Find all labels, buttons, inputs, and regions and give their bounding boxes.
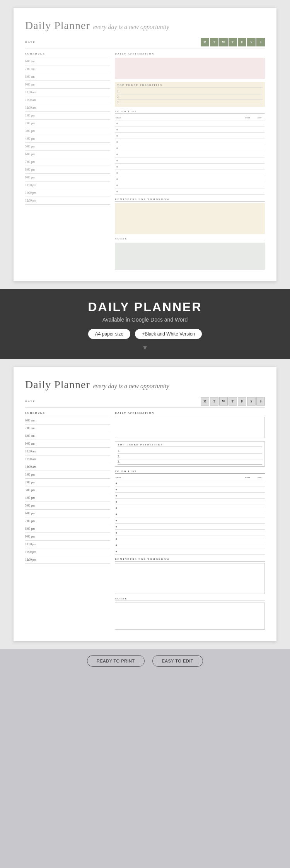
affirmation-box-1 xyxy=(115,58,265,79)
planner-body-2: SCHEDULE 6:00 am 7:00 am 8:00 am 9:00 am… xyxy=(25,411,265,630)
todo-table-2: tasks soon later xyxy=(115,475,265,555)
todo-later xyxy=(253,151,265,158)
bw-col-tasks: tasks xyxy=(115,475,242,480)
todo-soon xyxy=(242,182,253,188)
bw-soon xyxy=(242,524,253,530)
day-T1[interactable]: T xyxy=(210,38,218,46)
time-600am: 6:00 am xyxy=(25,60,41,63)
schedule-row: 5:00 pm xyxy=(25,143,110,151)
right-col-1: DAILY AFFIRMATION TOP THREE PRIORITIES 1… xyxy=(115,52,265,270)
todo-soon xyxy=(242,120,253,127)
day-M[interactable]: M xyxy=(201,38,209,46)
sched-row-bw: 5:00 pm xyxy=(25,502,110,510)
schedule-row: 3:00 pm xyxy=(25,127,110,135)
bw-bullet xyxy=(115,524,242,530)
time-700am: 7:00 am xyxy=(25,67,41,71)
date-label-1: DATE xyxy=(25,41,36,44)
schedule-row: 9:00 pm xyxy=(25,174,110,181)
bw-soon xyxy=(242,511,253,517)
sched-row-bw: 12:00 am xyxy=(25,463,110,471)
planner-page-2: Daily Planner every day is a new opportu… xyxy=(14,367,276,641)
todo-section-2: TO DO LIST tasks soon later xyxy=(115,470,265,555)
sched-row-bw: 6:00 pm xyxy=(25,510,110,517)
todo-bullet xyxy=(115,127,242,133)
bw-later xyxy=(253,517,265,524)
arrow-down-icon: ▼ xyxy=(8,344,282,351)
bw-later xyxy=(253,511,265,517)
schedule-row: 12:00 am xyxy=(25,104,110,112)
bw-soon xyxy=(242,505,253,511)
reminders-label-1: REMINDERS FOR TOMORROW xyxy=(115,198,265,202)
day-bw-S2[interactable]: S xyxy=(256,397,265,406)
banner: DAILY PLANNER Available in Google Docs a… xyxy=(0,289,290,359)
schedule-row: 4:00 pm xyxy=(25,135,110,143)
sched-row-bw: 8:00 am xyxy=(25,432,110,440)
sched-row-bw: 10:00 pm xyxy=(25,541,110,548)
bw-later xyxy=(253,486,265,493)
day-S1[interactable]: S xyxy=(247,38,256,46)
todo-label-2: TO DO LIST xyxy=(115,470,265,474)
schedule-row: 11:00 am xyxy=(25,96,110,104)
bottom-buttons: READY TO PRINT EASY TO EDIT xyxy=(0,649,290,673)
day-bw-M[interactable]: M xyxy=(201,397,209,406)
easy-to-edit-button[interactable]: EASY TO EDIT xyxy=(152,655,203,667)
todo-row xyxy=(115,145,265,151)
col-tasks: tasks xyxy=(115,115,242,120)
bw-todo-row xyxy=(115,548,265,555)
priority-3: 3. xyxy=(117,100,263,105)
bw-todo-row xyxy=(115,505,265,511)
reminders-box-1 xyxy=(115,203,265,234)
bw-time-1200pm: 12:00 pm xyxy=(25,558,41,562)
todo-row xyxy=(115,139,265,145)
time-1000am: 10:00 am xyxy=(25,91,41,94)
todo-later xyxy=(253,170,265,176)
day-S2[interactable]: S xyxy=(256,38,265,46)
time-100pm: 1:00 pm xyxy=(25,114,41,117)
todo-later xyxy=(253,164,265,170)
bw-soon xyxy=(242,548,253,555)
day-bw-W[interactable]: W xyxy=(219,397,228,406)
todo-row xyxy=(115,170,265,176)
day-W[interactable]: W xyxy=(219,38,228,46)
planner-page-1: Daily Planner every day is a new opportu… xyxy=(14,8,276,281)
bw-time-1100am: 11:00 am xyxy=(25,457,41,461)
notes-label-1: NOTES xyxy=(115,237,265,241)
bw-bullet xyxy=(115,505,242,511)
todo-row xyxy=(115,133,265,139)
bw-soon xyxy=(242,480,253,486)
todo-bullet xyxy=(115,170,242,176)
todo-later xyxy=(253,182,265,188)
schedule-row: 6:00 pm xyxy=(25,151,110,158)
notes-box-1 xyxy=(115,243,265,270)
page1-subtitle: every day is a new opportunity xyxy=(93,24,169,31)
notes-box-2 xyxy=(115,603,265,630)
bw-soon xyxy=(242,536,253,542)
bw-bullet xyxy=(115,486,242,493)
day-bw-T2[interactable]: T xyxy=(229,397,237,406)
page1-title: Daily Planner xyxy=(25,19,90,32)
todo-row xyxy=(115,158,265,164)
bw-later xyxy=(253,480,265,486)
day-bw-F[interactable]: F xyxy=(238,397,246,406)
day-bw-T1[interactable]: T xyxy=(210,397,218,406)
todo-later xyxy=(253,176,265,182)
bw-soon xyxy=(242,499,253,505)
day-F[interactable]: F xyxy=(238,38,246,46)
sched-row-bw: 11:00 pm xyxy=(25,548,110,556)
todo-soon xyxy=(242,145,253,151)
todo-soon xyxy=(242,133,253,139)
sched-row-bw: 3:00 pm xyxy=(25,486,110,494)
priorities-box-2: TOP THREE PRIORITIES 1. 2. 3. xyxy=(115,441,265,467)
bw-bullet xyxy=(115,517,242,524)
time-700pm: 7:00 pm xyxy=(25,160,41,164)
todo-row xyxy=(115,127,265,133)
ready-to-print-button[interactable]: READY TO PRINT xyxy=(87,655,145,667)
bw-todo-row xyxy=(115,536,265,542)
schedule-row: 10:00 pm xyxy=(25,181,110,189)
bw-soon xyxy=(242,517,253,524)
day-bw-S1[interactable]: S xyxy=(247,397,256,406)
bw-later xyxy=(253,548,265,555)
day-T2[interactable]: T xyxy=(229,38,237,46)
bw-bullet xyxy=(115,530,242,536)
todo-bullet xyxy=(115,182,242,188)
